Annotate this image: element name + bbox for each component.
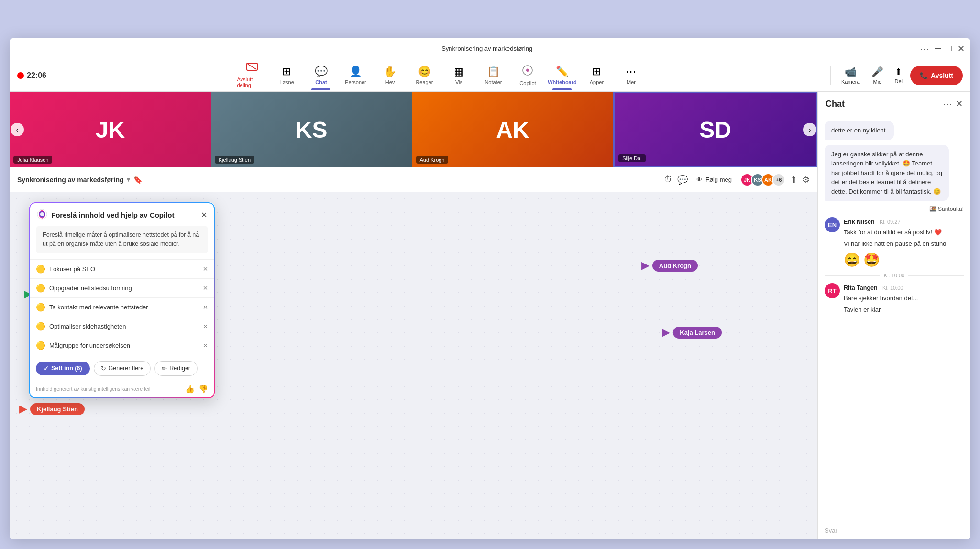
more-icon[interactable]: ⋯ [920, 44, 929, 54]
copilot-close-button[interactable]: ✕ [201, 210, 207, 220]
video-nav-left[interactable]: ‹ [11, 123, 24, 136]
copilot-item-3-text: Ta kontakt med relevante nettsteder [49, 304, 199, 311]
whiteboard-label: Whiteboard [548, 79, 577, 85]
rita-sender-row: Rita Tangen Kl. 10:00 [844, 283, 918, 292]
kamera-action[interactable]: 📹 Kamera [837, 64, 864, 87]
maximize-icon[interactable]: □ [947, 44, 952, 54]
end-call-button[interactable]: 📞 Avslutt [910, 66, 963, 85]
copilot-generate-button[interactable]: ↻ Generer flere [94, 361, 151, 376]
share-icon[interactable]: ⬆ [790, 175, 797, 185]
copilot-item-4-icon: 🟡 [36, 322, 45, 331]
video-aud[interactable]: AK Aud Krogh [412, 92, 614, 167]
erik-emojis: 😄 🤩 [844, 252, 948, 268]
meeting-name[interactable]: Synkronisering av markedsføring ▾ 🔖 [17, 175, 143, 184]
stop-share-icon [246, 63, 258, 75]
toolbar-notater[interactable]: 📋 Notater [477, 61, 509, 90]
follow-icon: 👁 [696, 176, 703, 183]
rita-name: Rita Tangen [844, 285, 878, 291]
copilot-item-1-text: Fokuser på SEO [49, 265, 199, 273]
kamera-label: Kamera [841, 79, 860, 85]
del-action[interactable]: ⬆ Del [891, 65, 907, 86]
recording-dot [17, 72, 24, 79]
avatar-count[interactable]: +6 [772, 173, 785, 187]
erik-name: Erik Nilsen [844, 219, 875, 225]
mic-action[interactable]: 🎤 Mic [868, 64, 887, 87]
follow-me-label: Følg meg [705, 176, 732, 183]
video-nav-right[interactable]: › [803, 123, 816, 136]
settings-icon[interactable]: ⚙ [802, 175, 810, 185]
recording-timer: 22:06 [17, 71, 46, 80]
video-julia[interactable]: JK Julia Klausen [10, 92, 211, 167]
silje-name: Silje Dal [618, 154, 645, 162]
mic-icon: 🎤 [871, 66, 883, 77]
copilot-item-4-remove[interactable]: ✕ [203, 323, 208, 330]
timer-icon[interactable]: ⏱ [664, 175, 672, 185]
video-silje[interactable]: SD Silje Dal [613, 92, 817, 167]
copilot-item-1-remove[interactable]: ✕ [203, 265, 208, 273]
losne-label: Løsne [279, 79, 294, 85]
chat-attribution: 🍱 Santouka! [929, 206, 964, 212]
video-kjellaug[interactable]: KS Kjellaug Stien [211, 92, 412, 167]
toolbar-right: 📹 Kamera 🎤 Mic ⬆ Del 📞 Avslutt [837, 64, 963, 87]
close-icon[interactable]: ✕ [958, 44, 965, 54]
follow-me-button[interactable]: 👁 Følg meg [693, 174, 736, 185]
copilot-item-3-remove[interactable]: ✕ [203, 304, 208, 311]
video-strip: ‹ JK Julia Klausen KS Kjellaug Stien AK … [10, 92, 817, 167]
toolbar-losne[interactable]: ⊞ Løsne [270, 61, 303, 90]
toolbar-divider [830, 66, 831, 85]
whiteboard-area[interactable]: ▶ Julia Klausen ▶ Kjellaug Stien ▶ Aud K… [10, 192, 817, 539]
mic-label: Mic [873, 79, 881, 85]
copilot-item-3[interactable]: 🟡 Ta kontakt med relevante nettsteder ✕ [29, 297, 215, 317]
thumbs-up-icon[interactable]: 👍 [185, 384, 195, 394]
chat-header: Chat ⋯ ✕ [818, 92, 970, 116]
julia-name: Julia Klausen [13, 156, 52, 164]
copilot-submit-button[interactable]: ✓ Sett inn (6) [36, 362, 90, 375]
toolbar-hev[interactable]: ✋ Hev [374, 61, 406, 90]
toolbar-reager[interactable]: 😊 Reager [408, 61, 440, 90]
chat-row-erik: EN Erik Nilsen Kl. 09:27 Takk for at du … [825, 217, 964, 268]
chat-notify-icon[interactable]: 💬 [677, 175, 688, 185]
toolbar-personer[interactable]: 👤 Personer [339, 61, 372, 90]
chat-label: Chat [315, 79, 327, 85]
copilot-item-4[interactable]: 🟡 Optimaliser sidehastigheten ✕ [29, 317, 215, 336]
copilot-query: Foreslå rimelige måter å optimalisere ne… [36, 226, 208, 253]
chat-icon: 💬 [315, 66, 328, 78]
personer-label: Personer [345, 79, 366, 85]
copilot-item-1[interactable]: 🟡 Fokuser på SEO ✕ [29, 259, 215, 278]
copilot-footer: Innhold generert av kunstig intelligens … [29, 382, 215, 398]
copilot-item-5[interactable]: 🟡 Målgruppe for undersøkelsen ✕ [29, 336, 215, 355]
bookmark-icon[interactable]: 🔖 [133, 175, 143, 184]
rita-msg-1: Bare sjekker hvordan det... [844, 294, 918, 303]
chat-reply-label: Svar [825, 527, 837, 534]
toolbar-copilot[interactable]: Copilot [511, 61, 544, 90]
participant-aud: ▶ Aud Krogh [641, 259, 698, 272]
toolbar-vis[interactable]: ▦ Vis [442, 61, 475, 90]
minimize-icon[interactable]: ─ [935, 44, 941, 54]
copilot-item-2[interactable]: 🟡 Oppgrader nettstedsutforming ✕ [29, 278, 215, 297]
chat-close-icon[interactable]: ✕ [956, 99, 963, 109]
svg-point-4 [40, 212, 44, 216]
chat-footer[interactable]: Svar [818, 521, 970, 539]
copilot-edit-button[interactable]: ✏ Rediger [154, 361, 198, 376]
toolbar-avslutt-deling[interactable]: Avslutt deling [236, 61, 268, 90]
toolbar: 22:06 Avslutt deling ⊞ Løsne 💬 Chat [10, 59, 970, 92]
timer-display: 22:06 [27, 71, 46, 80]
chat-more-icon[interactable]: ⋯ [943, 99, 952, 109]
chat-bubble-2: Jeg er ganske sikker på at denne lanseri… [825, 145, 949, 201]
copilot-item-2-text: Oppgrader nettstedsutforming [49, 285, 199, 292]
check-icon: ✓ [44, 365, 49, 372]
toolbar-apper[interactable]: ⊞ Apper [580, 61, 613, 90]
notater-label: Notater [484, 79, 502, 85]
chat-panel: Chat ⋯ ✕ dette er en ny klient. Jeg er g… [817, 92, 970, 539]
avatar-stack: JK KS AK +6 [740, 173, 785, 187]
toolbar-whiteboard[interactable]: ✏️ Whiteboard [546, 61, 578, 90]
thumbs-down-icon[interactable]: 👎 [198, 384, 208, 394]
copilot-disclaimer: Innhold generert av kunstig intelligens … [36, 386, 150, 392]
kaja-arrow-icon: ▶ [662, 326, 670, 339]
copilot-item-5-remove[interactable]: ✕ [203, 342, 208, 349]
toolbar-mer[interactable]: ⋯ Mer [615, 61, 647, 90]
toolbar-chat[interactable]: 💬 Chat [305, 61, 337, 90]
copilot-item-2-remove[interactable]: ✕ [203, 285, 208, 292]
kjellaug-arrow-icon: ▶ [19, 403, 27, 415]
copilot-item-2-icon: 🟡 [36, 284, 45, 293]
